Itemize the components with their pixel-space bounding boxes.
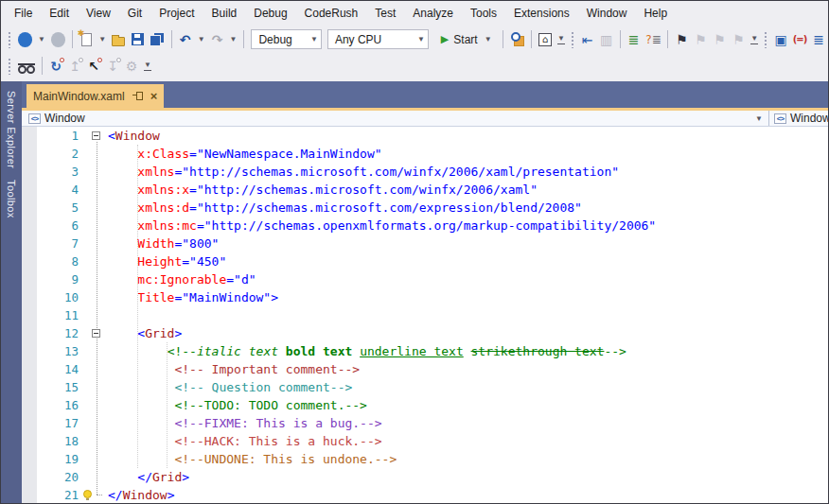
solution-configuration-combo[interactable]: Debug▼ xyxy=(251,29,321,49)
menu-item-build[interactable]: Build xyxy=(203,3,246,24)
code-line-2[interactable]: 2 x:Class="NewNamespace.MainWindow" xyxy=(22,145,828,163)
menu-item-file[interactable]: File xyxy=(6,3,41,24)
menu-item-git[interactable]: Git xyxy=(119,3,150,24)
code-line-11[interactable]: 11 xyxy=(22,306,828,324)
glyph-margin[interactable] xyxy=(22,217,37,235)
new-file-icon[interactable] xyxy=(77,29,96,50)
home-icon[interactable] xyxy=(536,29,555,50)
code-line-1[interactable]: 1<Window xyxy=(22,127,828,145)
glyph-margin[interactable] xyxy=(22,199,37,217)
code-line-6[interactable]: 6 xmlns:mc="http://schemas.openxmlformat… xyxy=(22,217,828,235)
glyph-margin[interactable] xyxy=(22,360,37,378)
code-line-4[interactable]: 4 xmlns:x="http://schemas.microsoft.com/… xyxy=(22,181,828,199)
glyph-margin[interactable] xyxy=(22,306,37,324)
code-line-5[interactable]: 5 xmlns:d="http://schemas.microsoft.com/… xyxy=(22,199,828,217)
toggle-bookmark-icon[interactable]: ⚑ xyxy=(672,29,691,50)
glyph-margin[interactable] xyxy=(22,235,37,252)
code-line-9[interactable]: 9 mc:Ignorable="d" xyxy=(22,270,828,288)
code-line-18[interactable]: 18 <!--HACK: This is a huck.--> xyxy=(22,432,828,450)
redo-dropdown[interactable]: ▼ xyxy=(227,29,240,50)
start-dropdown[interactable]: ▼ xyxy=(482,29,495,50)
find-in-files-icon[interactable] xyxy=(507,29,527,50)
menu-item-project[interactable]: Project xyxy=(150,3,203,24)
document-tab[interactable]: MainWindow.xaml × xyxy=(26,84,164,108)
side-tab-server-explorer[interactable]: Server Explorer xyxy=(6,91,17,168)
code-line-10[interactable]: 10 Title="MainWindow"> xyxy=(22,288,828,306)
member-dropdown[interactable]: <> Window xyxy=(769,111,828,126)
copy-parallel-icon[interactable]: ▥ xyxy=(597,29,616,50)
menu-item-extensions[interactable]: Extensions xyxy=(505,3,578,24)
undo-icon[interactable]: ↶ xyxy=(176,29,195,50)
toolbar-grip[interactable] xyxy=(8,31,12,48)
chevron-down-icon[interactable]: ▼ xyxy=(750,114,768,123)
menu-item-view[interactable]: View xyxy=(78,3,119,24)
navigate-back-icon[interactable] xyxy=(15,29,35,50)
cursor-marker-icon[interactable]: ↖ xyxy=(84,56,103,77)
menu-item-edit[interactable]: Edit xyxy=(41,3,78,24)
settings-gear-icon[interactable]: ⚙ xyxy=(122,56,141,77)
glyph-margin[interactable] xyxy=(22,396,37,414)
open-file-icon[interactable] xyxy=(109,29,128,50)
home-dropdown[interactable]: ▼ xyxy=(555,29,568,50)
code-line-16[interactable]: 16 <!--TODO: TODO comment.--> xyxy=(22,396,828,414)
navigate-forward-icon[interactable] xyxy=(48,29,68,50)
glyph-margin[interactable] xyxy=(22,324,37,342)
code-line-13[interactable]: 13 <!--italic text bold text underline t… xyxy=(22,342,828,360)
glyph-margin[interactable] xyxy=(22,163,37,181)
code-line-15[interactable]: 15 <!-- Question comment--> xyxy=(22,378,828,396)
clear-bookmarks-icon[interactable]: ⚑ xyxy=(729,29,748,50)
bookmarks-dropdown[interactable]: ▼ xyxy=(748,29,761,50)
expression-braces-icon[interactable]: (=) xyxy=(790,29,809,50)
code-line-3[interactable]: 3 xmlns="http://schemas.microsoft.com/wi… xyxy=(22,163,828,181)
toolbar-grip-3[interactable] xyxy=(764,31,768,48)
menu-item-window[interactable]: Window xyxy=(578,3,636,24)
collapse-region-icon[interactable] xyxy=(92,131,100,140)
smart-indent-icon[interactable]: ?≣ xyxy=(644,29,664,50)
save-icon[interactable] xyxy=(128,29,147,50)
next-bookmark-icon[interactable]: ⚑ xyxy=(710,29,729,50)
toolbar-grip-2[interactable] xyxy=(571,31,575,48)
refresh-marker-icon[interactable]: ↻ xyxy=(46,56,65,77)
code-line-7[interactable]: 7 Width="800" xyxy=(22,235,828,252)
menu-item-test[interactable]: Test xyxy=(366,3,404,24)
pin-icon[interactable] xyxy=(132,92,144,100)
chevron-down-icon[interactable]: ▼ xyxy=(308,29,321,50)
navigate-back-dropdown[interactable]: ▼ xyxy=(35,29,48,50)
glyph-margin[interactable] xyxy=(22,342,37,360)
menu-item-analyze[interactable]: Analyze xyxy=(404,3,462,24)
redo-icon[interactable]: ↷ xyxy=(208,29,227,50)
save-all-icon[interactable] xyxy=(147,29,167,50)
side-tab-toolbox[interactable]: Toolbox xyxy=(6,180,17,218)
element-dropdown[interactable]: <> Window ▼ xyxy=(22,111,768,126)
menu-item-coderush[interactable]: CodeRush xyxy=(296,3,367,24)
component-box-icon[interactable]: ▣ xyxy=(771,29,790,50)
display-elements-icon[interactable]: ≣ xyxy=(809,29,828,50)
undo-dropdown[interactable]: ▼ xyxy=(195,29,208,50)
previous-bookmark-icon[interactable]: ⚑ xyxy=(691,29,710,50)
glyph-margin[interactable] xyxy=(22,450,37,468)
code-line-12[interactable]: 12 <Grid> xyxy=(22,324,828,342)
navigate-to-icon[interactable]: ⇤ xyxy=(578,29,597,50)
collapse-region-icon[interactable] xyxy=(92,329,100,338)
glyph-margin[interactable] xyxy=(22,181,37,199)
glyph-margin[interactable] xyxy=(22,468,37,486)
format-document-icon[interactable]: ≣ xyxy=(625,29,644,50)
new-file-dropdown[interactable]: ▼ xyxy=(96,29,109,50)
code-line-19[interactable]: 19 <!--UNDONE: This is undone.--> xyxy=(22,450,828,468)
glyph-margin[interactable] xyxy=(22,252,37,270)
coderush-toolbar-grip[interactable] xyxy=(8,58,12,75)
code-line-8[interactable]: 8 Height="450" xyxy=(22,252,828,270)
jump-up-icon[interactable]: ↥ xyxy=(65,56,84,77)
glyph-margin[interactable] xyxy=(22,378,37,396)
solution-platform-combo[interactable]: Any CPU▼ xyxy=(327,29,429,49)
start-debug-button[interactable]: ▶Start▼ xyxy=(437,27,499,52)
menu-item-debug[interactable]: Debug xyxy=(245,3,295,24)
glyph-margin[interactable] xyxy=(22,127,37,145)
code-line-21[interactable]: 21</Window> xyxy=(22,486,828,503)
glyph-margin[interactable] xyxy=(22,414,37,432)
glyph-margin[interactable] xyxy=(22,145,37,163)
code-line-20[interactable]: 20 </Grid> xyxy=(22,468,828,486)
glyph-margin[interactable] xyxy=(22,486,37,503)
glyph-margin[interactable] xyxy=(22,288,37,306)
menu-item-tools[interactable]: Tools xyxy=(462,3,505,24)
